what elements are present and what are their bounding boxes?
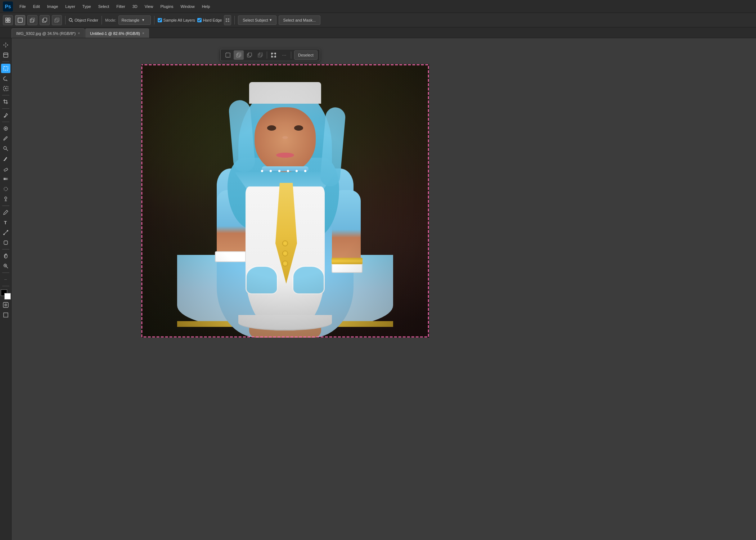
tool-hand[interactable]	[1, 251, 10, 261]
tab-untitled1-label: Untitled-1 @ 82.6% (RGB/8)	[90, 31, 140, 36]
svg-line-12	[72, 21, 73, 22]
tool-rectangle-select[interactable]	[1, 64, 10, 73]
image-container	[141, 64, 429, 338]
maid-cap	[249, 82, 321, 104]
svg-rect-17	[4, 86, 8, 91]
apron-pocket-right	[292, 266, 325, 294]
tool-move[interactable]	[1, 40, 10, 50]
tool-history-brush[interactable]	[1, 154, 10, 163]
svg-rect-48	[271, 56, 273, 57]
color-swatches[interactable]	[1, 289, 11, 300]
svg-rect-38	[226, 53, 230, 57]
tab-untitled1[interactable]: Untitled-1 @ 82.6% (RGB/8) ×	[85, 28, 149, 38]
menu-filter[interactable]: Filter	[113, 3, 128, 10]
tool-healing[interactable]	[1, 124, 10, 133]
main-layout: T ···	[0, 38, 756, 540]
sel-transform-button[interactable]	[269, 50, 279, 60]
tool-screen-mode[interactable]	[1, 310, 10, 320]
deselect-button[interactable]: Deselect	[294, 50, 318, 60]
svg-rect-43	[258, 54, 261, 57]
mode-label: Mode:	[105, 18, 116, 22]
intersect-selection-mode[interactable]	[52, 15, 62, 25]
sample-all-layers-wrap[interactable]: Sample All Layers	[158, 18, 195, 22]
svg-point-36	[4, 303, 7, 306]
eye-right	[294, 125, 303, 131]
tool-gradient[interactable]	[1, 174, 10, 184]
menu-view[interactable]: View	[142, 3, 156, 10]
menu-type[interactable]: Type	[80, 3, 94, 10]
canvas-area[interactable]: ··· Deselect	[12, 38, 756, 540]
object-finder-label: Object Finder	[75, 18, 98, 22]
necklace-pearls	[256, 169, 314, 173]
svg-rect-13	[5, 45, 6, 45]
select-subject-label: Select Subject	[243, 18, 268, 22]
svg-point-20	[4, 147, 6, 149]
menu-plugins[interactable]: Plugins	[157, 3, 176, 10]
options-bar: Object Finder Mode: Rectangle ▾ Sample A…	[0, 13, 756, 27]
sel-more-button[interactable]: ···	[279, 50, 289, 60]
sample-all-layers-checkbox[interactable]	[158, 18, 162, 22]
menu-select[interactable]: Select	[95, 3, 112, 10]
tool-pen[interactable]	[1, 208, 10, 217]
tool-preset-picker[interactable]	[3, 15, 13, 25]
svg-point-24	[5, 197, 7, 199]
menu-layer[interactable]: Layer	[62, 3, 78, 10]
menu-file[interactable]: File	[17, 3, 29, 10]
svg-rect-30	[4, 241, 8, 244]
tool-object-select[interactable]	[1, 84, 10, 93]
add-selection-mode[interactable]	[27, 15, 37, 25]
svg-rect-49	[275, 56, 276, 57]
menu-help[interactable]: Help	[199, 3, 213, 10]
svg-rect-37	[4, 313, 8, 317]
dress-button-3	[282, 261, 288, 266]
tool-path-select[interactable]	[1, 228, 10, 237]
tool-eraser[interactable]	[1, 164, 10, 174]
expand-icon[interactable]	[224, 15, 231, 25]
hard-edge-wrap[interactable]: Hard Edge	[197, 18, 222, 22]
tool-clone-stamp[interactable]	[1, 144, 10, 153]
hard-edge-checkbox[interactable]	[197, 18, 202, 22]
dress-button-1	[282, 240, 288, 246]
tool-blur[interactable]	[1, 184, 10, 194]
select-subject-button[interactable]: Select Subject ▾	[238, 15, 276, 25]
sel-new-button[interactable]	[223, 50, 233, 60]
svg-rect-21	[4, 168, 8, 171]
tool-lasso[interactable]	[1, 74, 10, 83]
menu-image[interactable]: Image	[44, 3, 61, 10]
tool-crop[interactable]	[1, 97, 10, 107]
cuff-left	[215, 251, 246, 262]
menu-edit[interactable]: Edit	[30, 3, 43, 10]
tool-type[interactable]: T	[1, 218, 10, 227]
svg-point-11	[69, 18, 72, 21]
mode-dropdown[interactable]: Rectangle ▾	[118, 15, 151, 25]
deselect-label: Deselect	[298, 53, 314, 57]
dress-button-2	[282, 251, 288, 256]
tool-artboard[interactable]	[1, 50, 10, 60]
tools-panel: T ···	[0, 38, 12, 540]
tool-zoom[interactable]	[1, 261, 10, 271]
tab-img9302[interactable]: IMG_9302.jpg @ 34.5% (RGB/8*) ×	[12, 28, 85, 38]
tab-bar: IMG_9302.jpg @ 34.5% (RGB/8*) × Untitled…	[0, 27, 756, 38]
svg-rect-46	[271, 53, 273, 54]
menu-3d[interactable]: 3D	[130, 3, 140, 10]
tool-eyedropper[interactable]	[1, 111, 10, 120]
sel-intersect-button[interactable]	[255, 50, 265, 60]
tool-dodge[interactable]	[1, 194, 10, 204]
subtract-selection-mode[interactable]	[40, 15, 50, 25]
tool-extra[interactable]: ···	[1, 275, 10, 284]
dress-buttons	[282, 240, 288, 266]
sel-add-button[interactable]	[234, 50, 244, 60]
tab-untitled1-close[interactable]: ×	[142, 31, 144, 35]
sel-subtract-button[interactable]	[244, 50, 255, 60]
menu-window[interactable]: Window	[178, 3, 198, 10]
tab-img9302-close[interactable]: ×	[78, 31, 80, 35]
tool-quick-mask[interactable]	[1, 300, 10, 310]
background-color[interactable]	[4, 293, 11, 300]
tool-brush[interactable]	[1, 134, 10, 143]
new-selection-mode[interactable]	[15, 15, 25, 25]
svg-rect-0	[6, 18, 8, 20]
character-figure	[202, 78, 368, 338]
select-mask-button[interactable]: Select and Mask...	[279, 15, 321, 25]
tool-shape[interactable]	[1, 238, 10, 247]
mode-value: Rectangle	[122, 18, 140, 22]
